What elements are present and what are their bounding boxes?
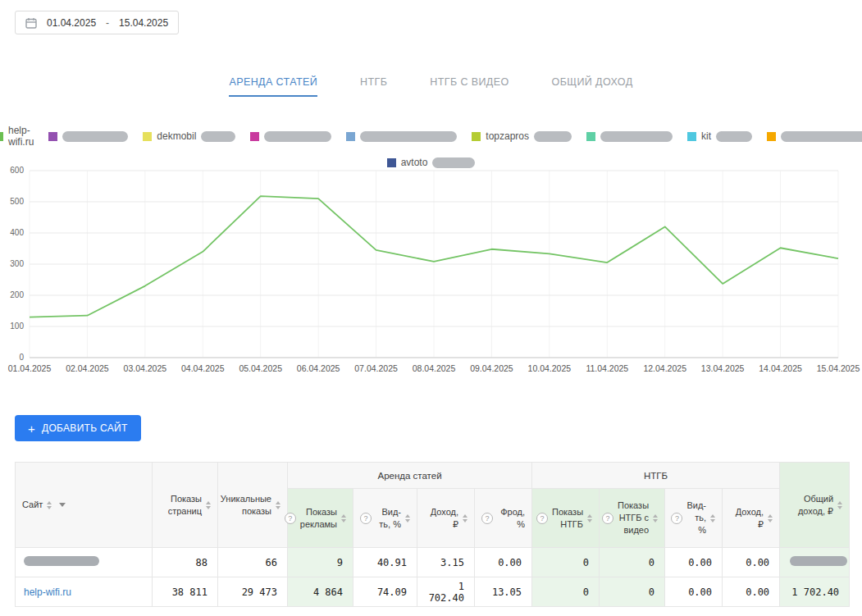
column-label: Показы НТГБ [552,506,583,531]
redacted-label [781,131,862,142]
column-header-income[interactable]: Доход, ₽ [417,489,475,548]
legend-swatch [143,132,152,141]
chevron-down-icon[interactable] [59,503,66,507]
sort-icon[interactable] [47,501,52,509]
column-header-unique-views[interactable]: Уникальные показы [218,463,288,548]
help-icon[interactable]: ? [360,513,372,524]
cell-ntgb-views: 0 [532,577,600,607]
column-header-page-views[interactable]: Показы страниц [153,463,218,548]
cell-unique-views: 66 [218,548,288,577]
sort-icon[interactable] [768,514,773,522]
tab-ntgb-s-video[interactable]: НТГБ С ВИДЕО [430,76,509,97]
svg-text:09.04.2025: 09.04.2025 [470,363,513,373]
legend-swatch [687,132,696,141]
redacted-label [62,131,128,142]
tab-arenda-statey[interactable]: АРЕНДА СТАТЕЙ [229,76,317,97]
svg-text:08.04.2025: 08.04.2025 [413,363,456,373]
table-row: 8866940.913.150.00000.000.00 [16,548,850,577]
legend-item[interactable]: topzapros [472,130,572,142]
date-end[interactable]: 15.04.2025 [119,17,168,29]
column-header-ad-views[interactable]: ? Показы рекламы [288,489,353,548]
sort-icon[interactable] [206,501,211,509]
cell-fraud: 0.00 [475,548,532,577]
group-label: Аренда статей [377,471,441,481]
revenue-line-chart: 010020030040050060001.04.202502.04.20250… [0,162,862,377]
tab-ntgb[interactable]: НТГБ [360,76,387,97]
column-label: Уникальные показы [221,493,271,518]
sort-icon[interactable] [587,514,592,522]
sort-icon[interactable] [463,514,467,522]
table-row: help-wifi.ru38 81129 4734 86474.091 702.… [16,577,850,607]
column-header-ntgb-video-views[interactable]: ? Показы НТГБ с видео [600,489,665,548]
help-icon[interactable]: ? [671,513,682,524]
legend-label: help-wifi.ru [8,125,34,148]
legend-swatch [586,132,595,141]
legend-swatch [346,132,355,141]
column-label: Вид-ть, % [686,500,706,536]
svg-text:04.04.2025: 04.04.2025 [181,363,225,373]
add-site-button[interactable]: + ДОБАВИТЬ САЙТ [15,415,141,441]
sort-icon[interactable] [653,514,658,522]
cell-income: 3.15 [417,548,475,577]
column-header-visibility[interactable]: ? Вид-ть, % [353,489,417,548]
cell-ntgb-visibility: 0.00 [665,548,723,577]
help-icon[interactable]: ? [602,513,613,524]
sort-icon[interactable] [710,514,715,522]
sort-icon[interactable] [276,501,280,509]
sort-icon[interactable] [341,514,346,522]
legend-item[interactable] [767,131,862,142]
svg-text:02.04.2025: 02.04.2025 [66,363,109,373]
help-icon[interactable]: ? [481,513,493,524]
redacted-label [264,131,331,142]
date-start[interactable]: 01.04.2025 [47,17,96,29]
legend-item[interactable]: kit [687,130,752,142]
svg-text:100: 100 [10,322,24,331]
legend-row: help-wifi.rudekmobiltopzaproskit [0,125,862,148]
svg-text:400: 400 [10,228,24,237]
date-range-picker[interactable]: 01.04.2025 - 15.04.2025 [15,11,179,34]
svg-text:14.04.2025: 14.04.2025 [759,363,802,373]
help-icon[interactable]: ? [536,513,548,524]
legend-item[interactable] [48,131,128,142]
cell-ntgb-video-views: 0 [600,548,665,577]
legend-item[interactable] [346,131,457,142]
column-label: Доход, ₽ [729,506,764,531]
column-header-fraud[interactable]: ? Фрод, % [475,489,532,548]
column-header-ntgb-visibility[interactable]: ? Вид-ть, % [665,489,723,548]
column-header-ntgb-views[interactable]: ? Показы НТГБ [532,489,600,548]
column-label: Сайт [22,499,43,511]
column-header-total-income[interactable]: Общий доход, ₽ [780,463,850,548]
legend-item[interactable] [250,131,331,142]
date-separator: - [106,17,109,29]
tab-obshchiy-dohod[interactable]: ОБЩИЙ ДОХОД [552,76,633,97]
svg-text:12.04.2025: 12.04.2025 [643,363,686,373]
group-header-ntgb: НТГБ [532,463,780,489]
sort-icon[interactable] [837,501,842,509]
cell-ntgb-income: 0.00 [723,548,780,577]
legend-label: kit [701,130,711,142]
legend-item[interactable]: dekmobil [143,130,235,142]
redacted-label [534,131,572,142]
svg-text:300: 300 [10,259,24,268]
svg-text:05.04.2025: 05.04.2025 [239,363,282,373]
column-label: Фрод, % [497,506,525,531]
sort-icon[interactable] [405,514,410,522]
group-label: НТГБ [644,471,668,481]
help-icon[interactable]: ? [285,513,296,524]
legend-swatch [767,132,776,141]
column-label: Показы рекламы [300,506,337,531]
cell-fraud: 13.05 [475,577,532,607]
line-chart-canvas: 010020030040050060001.04.202502.04.20250… [0,162,862,377]
tab-bar: АРЕНДА СТАТЕЙ НТГБ НТГБ С ВИДЕО ОБЩИЙ ДО… [0,76,862,97]
sites-table-container: Сайт Показы страниц Уникальные [15,462,849,607]
svg-text:13.04.2025: 13.04.2025 [701,363,745,373]
cell-page-views: 38 811 [153,577,218,607]
svg-text:11.04.2025: 11.04.2025 [586,363,628,373]
svg-text:06.04.2025: 06.04.2025 [297,363,340,373]
column-label: Показы НТГБ с видео [618,500,649,536]
site-link[interactable]: help-wifi.ru [24,586,71,598]
legend-item[interactable] [586,131,673,142]
column-header-site[interactable]: Сайт [16,463,153,548]
column-header-ntgb-income[interactable]: Доход, ₽ [723,489,780,548]
legend-item[interactable]: help-wifi.ru [0,125,34,148]
